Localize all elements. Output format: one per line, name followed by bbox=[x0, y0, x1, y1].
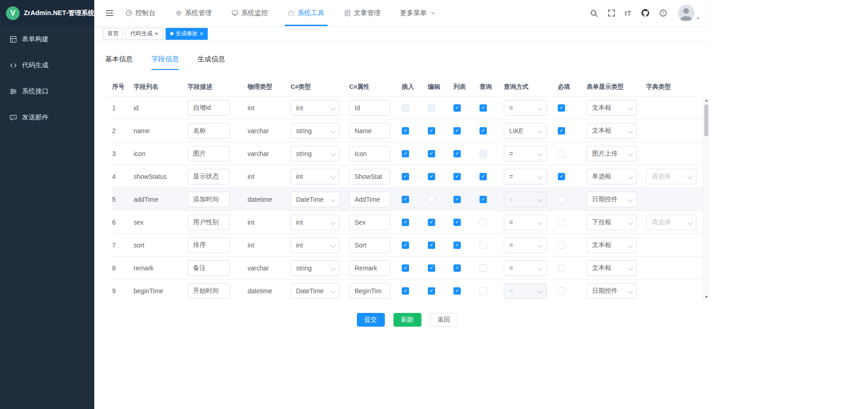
display-type-select[interactable]: 文本框 bbox=[587, 260, 637, 276]
dict-type-select[interactable]: 请选择 bbox=[646, 215, 696, 230]
search-icon[interactable] bbox=[589, 8, 599, 18]
cs-type-select[interactable]: DateTime bbox=[291, 192, 340, 207]
submit-button[interactable]: 提交 bbox=[357, 313, 385, 327]
display-type-select[interactable]: 单选框 bbox=[587, 169, 637, 184]
display-type-select[interactable]: 下拉框 bbox=[587, 215, 637, 230]
list-checkbox[interactable] bbox=[453, 287, 461, 295]
edit-checkbox[interactable] bbox=[428, 173, 435, 180]
cs-property-input[interactable] bbox=[349, 260, 390, 276]
cs-property-input[interactable] bbox=[349, 283, 390, 299]
insert-checkbox[interactable] bbox=[402, 264, 409, 272]
scroll-up-arrow[interactable] bbox=[703, 97, 709, 103]
nav-item-system-tools[interactable]: 系统工具 bbox=[286, 0, 327, 26]
required-checkbox[interactable] bbox=[558, 287, 565, 295]
query-mode-select[interactable]: LIKE bbox=[504, 123, 547, 139]
sidebar-item-system-api[interactable]: 系统接口 bbox=[0, 78, 94, 104]
tab-field-info[interactable]: 字段信息 bbox=[151, 51, 179, 70]
list-checkbox[interactable] bbox=[453, 104, 461, 112]
tab-generate-info[interactable]: 生成信息 bbox=[198, 51, 225, 70]
edit-checkbox[interactable] bbox=[428, 242, 435, 249]
display-type-select[interactable]: 文本框 bbox=[587, 100, 637, 116]
close-icon[interactable] bbox=[200, 31, 204, 37]
required-checkbox[interactable] bbox=[558, 127, 565, 135]
list-checkbox[interactable] bbox=[453, 242, 461, 249]
tags-view-tab[interactable]: 生成修改 bbox=[166, 28, 208, 40]
insert-checkbox[interactable] bbox=[402, 196, 409, 203]
tags-view-tab[interactable]: 首页 bbox=[103, 28, 123, 40]
query-checkbox[interactable] bbox=[480, 287, 487, 295]
scroll-down-arrow[interactable] bbox=[703, 294, 709, 300]
required-checkbox[interactable] bbox=[558, 264, 565, 272]
display-type-select[interactable]: 日期控件 bbox=[587, 283, 637, 299]
sidebar-item-send-mail[interactable]: 发送邮件 bbox=[0, 104, 94, 130]
display-type-select[interactable]: 文本框 bbox=[587, 237, 637, 253]
display-type-select[interactable]: 文本框 bbox=[587, 123, 637, 139]
description-input[interactable] bbox=[188, 260, 230, 276]
query-mode-select[interactable]: = bbox=[504, 146, 547, 161]
back-button[interactable]: 返回 bbox=[430, 313, 458, 327]
cs-property-input[interactable] bbox=[349, 123, 390, 139]
required-checkbox[interactable] bbox=[558, 173, 565, 180]
nav-item-dashboard[interactable]: 控制台 bbox=[123, 0, 158, 26]
insert-checkbox[interactable] bbox=[402, 219, 409, 226]
dict-type-select[interactable]: 请选择 bbox=[646, 169, 696, 184]
list-checkbox[interactable] bbox=[453, 127, 461, 135]
scrollbar-thumb[interactable] bbox=[704, 104, 708, 136]
nav-item-article-manage[interactable]: 文章管理 bbox=[342, 0, 383, 26]
description-input[interactable] bbox=[188, 192, 230, 207]
query-mode-select[interactable]: = bbox=[504, 237, 547, 253]
cs-property-input[interactable] bbox=[349, 237, 390, 253]
query-mode-select[interactable]: = bbox=[504, 215, 547, 230]
query-checkbox[interactable] bbox=[480, 264, 487, 272]
cs-property-input[interactable] bbox=[349, 169, 390, 184]
description-input[interactable] bbox=[188, 100, 230, 116]
cs-type-select[interactable]: int bbox=[291, 215, 340, 230]
insert-checkbox[interactable] bbox=[402, 173, 409, 180]
required-checkbox[interactable] bbox=[558, 219, 565, 226]
collapse-sidebar-button[interactable] bbox=[103, 0, 116, 26]
list-checkbox[interactable] bbox=[453, 173, 461, 180]
required-checkbox[interactable] bbox=[558, 104, 565, 112]
cs-type-select[interactable]: int bbox=[291, 169, 340, 184]
description-input[interactable] bbox=[188, 123, 230, 139]
required-checkbox[interactable] bbox=[558, 150, 565, 157]
list-checkbox[interactable] bbox=[453, 196, 461, 203]
insert-checkbox[interactable] bbox=[402, 127, 409, 135]
cs-type-select[interactable]: DateTime bbox=[291, 283, 340, 299]
description-input[interactable] bbox=[188, 237, 230, 253]
required-checkbox[interactable] bbox=[558, 242, 565, 249]
query-mode-select[interactable]: = bbox=[504, 100, 547, 116]
help-icon[interactable]: ? bbox=[658, 8, 668, 18]
insert-checkbox[interactable] bbox=[402, 242, 409, 249]
cs-property-input[interactable] bbox=[349, 100, 390, 116]
tags-view-tab[interactable]: 代码生成 bbox=[126, 28, 163, 40]
edit-checkbox[interactable] bbox=[428, 264, 435, 272]
nav-item-system-manage[interactable]: 系统管理 bbox=[173, 0, 214, 26]
close-icon[interactable] bbox=[155, 31, 158, 37]
edit-checkbox[interactable] bbox=[428, 287, 435, 295]
edit-checkbox[interactable] bbox=[428, 150, 435, 157]
list-checkbox[interactable] bbox=[453, 219, 461, 226]
sidebar-item-form-build[interactable]: 表单构建 bbox=[0, 26, 94, 52]
display-type-select[interactable]: 图片上传 bbox=[587, 146, 637, 161]
query-checkbox[interactable] bbox=[480, 104, 487, 112]
query-checkbox[interactable] bbox=[480, 127, 487, 135]
query-mode-select[interactable]: = bbox=[504, 169, 547, 184]
cs-property-input[interactable] bbox=[349, 192, 390, 207]
insert-checkbox[interactable] bbox=[402, 287, 409, 295]
query-checkbox[interactable] bbox=[480, 219, 487, 226]
github-icon[interactable] bbox=[640, 8, 651, 18]
edit-checkbox[interactable] bbox=[428, 127, 435, 135]
tab-basic-info[interactable]: 基本信息 bbox=[105, 51, 133, 70]
cs-type-select[interactable]: int bbox=[291, 237, 340, 253]
cs-type-select[interactable]: string bbox=[291, 260, 340, 276]
edit-checkbox[interactable] bbox=[428, 196, 435, 203]
edit-checkbox[interactable] bbox=[428, 219, 435, 226]
font-size-icon[interactable] bbox=[624, 8, 632, 18]
query-checkbox[interactable] bbox=[480, 173, 487, 180]
sidebar-item-code-gen[interactable]: 代码生成 bbox=[0, 52, 94, 78]
description-input[interactable] bbox=[188, 215, 230, 230]
query-checkbox[interactable] bbox=[480, 242, 487, 249]
list-checkbox[interactable] bbox=[453, 264, 461, 272]
nav-item-more-menu[interactable]: 更多菜单 bbox=[398, 0, 438, 26]
